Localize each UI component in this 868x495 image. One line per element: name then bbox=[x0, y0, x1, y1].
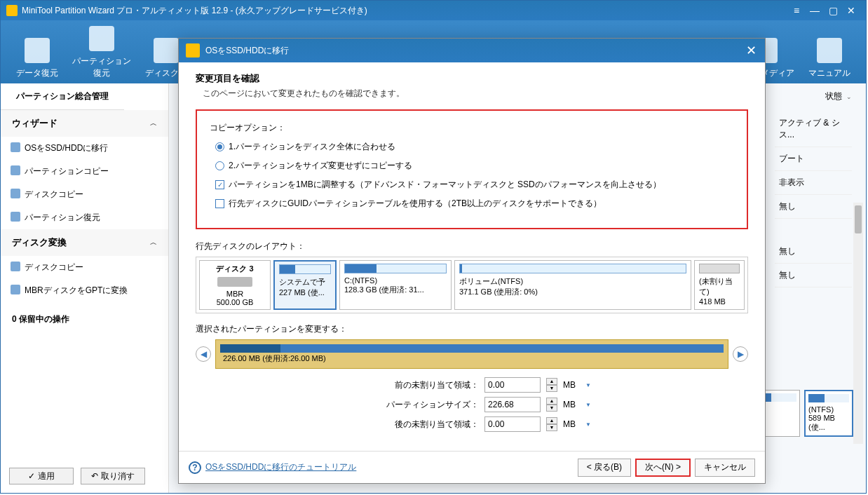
sidebar-recover-partition[interactable]: パーティション復元 bbox=[1, 206, 168, 229]
checkbox-icon: ✓ bbox=[215, 180, 224, 189]
window-title: MiniTool Partition Wizard プロ・アルティメット版 12… bbox=[22, 5, 367, 17]
sidebar-migrate-os[interactable]: OSをSSD/HDDに移行 bbox=[1, 137, 168, 160]
disk-icon bbox=[217, 277, 252, 287]
sidebar: パーティション総合管理 ウィザード︿ OSをSSD/HDDに移行 パーティション… bbox=[1, 83, 169, 493]
spin-up[interactable]: ▲ bbox=[546, 417, 557, 424]
radio-icon bbox=[215, 142, 224, 151]
before-input[interactable] bbox=[484, 377, 541, 393]
help-link[interactable]: ? OSをSSD/HDDに移行のチュートリアル bbox=[189, 461, 356, 474]
apply-button[interactable]: ✓ 適用 bbox=[9, 468, 74, 484]
size-input[interactable] bbox=[484, 397, 541, 412]
state-item[interactable]: アクティブ & シス... bbox=[775, 111, 852, 147]
sidebar-copy-partition[interactable]: パーティションコピー bbox=[1, 160, 168, 183]
opt-no-resize[interactable]: 2.パーティションをサイズ変更せずにコピーする bbox=[215, 160, 734, 172]
unit-dropdown[interactable]: ▼ bbox=[585, 421, 591, 428]
size-label: パーティションサイズ： bbox=[353, 399, 479, 411]
minimize-button[interactable]: — bbox=[806, 4, 824, 18]
after-label: 後の未割り当て領域： bbox=[353, 419, 479, 430]
migrate-os-dialog: OSをSSD/HDDに移行 ✕ 変更項目を確認 このページにおいて変更されたもの… bbox=[178, 38, 766, 484]
unit-dropdown[interactable]: ▼ bbox=[585, 402, 591, 408]
dialog-subheading: このページにおいて変更されたものを確認できます。 bbox=[203, 88, 748, 100]
state-item[interactable]: 非表示 bbox=[775, 171, 852, 195]
before-label: 前の未割り当て領域： bbox=[353, 379, 479, 391]
state-item[interactable]: ブート bbox=[775, 147, 852, 171]
sidebar-group-wizard[interactable]: ウィザード︿ bbox=[1, 110, 168, 137]
disk-info[interactable]: ディスク 3 MBR 500.00 GB bbox=[199, 260, 271, 310]
partition-slider[interactable]: 226.00 MB (使用済:26.00 MB) bbox=[215, 339, 728, 369]
state-item[interactable]: 無し bbox=[775, 240, 852, 264]
edit-label: 選択されたパーティションを変更する： bbox=[196, 323, 748, 335]
partition-unalloc[interactable]: (未割り当て)418 MB bbox=[694, 260, 745, 310]
checkbox-icon bbox=[215, 199, 224, 208]
help-icon: ? bbox=[189, 461, 201, 474]
sidebar-tab[interactable]: パーティション総合管理 bbox=[1, 83, 124, 110]
next-button[interactable]: 次へ(N) > bbox=[635, 459, 691, 477]
dialog-icon bbox=[186, 43, 200, 57]
hamburger-icon[interactable]: ≡ bbox=[787, 4, 806, 18]
chevron-up-icon: ︿ bbox=[150, 238, 157, 248]
state-item[interactable]: 無し bbox=[775, 195, 852, 219]
opt-fit-disk[interactable]: 1.パーティションをディスク全体に合わせる bbox=[215, 141, 734, 153]
app-icon bbox=[6, 5, 18, 16]
copy-options-fieldset: コピーオプション： 1.パーティションをディスク全体に合わせる 2.パーティショ… bbox=[196, 109, 748, 229]
dialog-heading: 変更項目を確認 bbox=[196, 72, 748, 85]
sidebar-copy-disk[interactable]: ディスクコピー bbox=[1, 183, 168, 206]
sidebar-copy-disk2[interactable]: ディスクコピー bbox=[1, 256, 168, 279]
pending-ops: 0 保留中の操作 bbox=[1, 302, 168, 337]
tb-manual[interactable]: マニュアル bbox=[797, 38, 862, 79]
spin-up[interactable]: ▲ bbox=[546, 398, 557, 405]
state-column-header: 状態 bbox=[825, 90, 842, 102]
copy-options-label: コピーオプション： bbox=[210, 122, 734, 134]
disk-layout: ディスク 3 MBR 500.00 GB システムで予227 MB (使... … bbox=[196, 257, 748, 313]
spin-down[interactable]: ▼ bbox=[546, 424, 557, 431]
spin-down[interactable]: ▼ bbox=[546, 405, 557, 412]
sidebar-group-convert[interactable]: ディスク変換︿ bbox=[1, 229, 168, 256]
partition-system[interactable]: システムで予227 MB (使... bbox=[273, 260, 337, 310]
layout-label: 行先ディスクのレイアウト： bbox=[196, 240, 748, 252]
partition-c[interactable]: C:(NTFS)128.3 GB (使用済: 31... bbox=[339, 260, 452, 310]
main-titlebar: MiniTool Partition Wizard プロ・アルティメット版 12… bbox=[1, 1, 866, 20]
spin-up[interactable]: ▲ bbox=[546, 378, 557, 385]
undo-button[interactable]: ↶ 取り消す bbox=[81, 468, 145, 484]
tb-data-recovery[interactable]: データ復元 bbox=[5, 38, 69, 79]
partition-volume[interactable]: ボリューム(NTFS)371.1 GB (使用済: 0%) bbox=[454, 260, 691, 310]
slide-left-button[interactable]: ◀ bbox=[196, 346, 211, 362]
state-item[interactable]: 無し bbox=[775, 264, 852, 287]
slider-info: 226.00 MB (使用済:26.00 MB) bbox=[223, 353, 326, 364]
dialog-title: OSをSSD/HDDに移行 bbox=[205, 45, 289, 57]
unit-dropdown[interactable]: ▼ bbox=[585, 382, 591, 388]
sidebar-mbr-to-gpt[interactable]: MBRディスクをGPTに変換 bbox=[1, 279, 168, 302]
dialog-titlebar: OSをSSD/HDDに移行 ✕ bbox=[179, 39, 765, 62]
chevron-up-icon: ︿ bbox=[150, 118, 157, 128]
cancel-button[interactable]: キャンセル bbox=[695, 459, 755, 477]
slide-right-button[interactable]: ▶ bbox=[733, 346, 748, 362]
dialog-close-button[interactable]: ✕ bbox=[744, 43, 758, 58]
tb-partition-recovery[interactable]: パーティション復元 bbox=[69, 26, 134, 79]
after-input[interactable] bbox=[484, 416, 541, 432]
maximize-button[interactable]: ▢ bbox=[824, 4, 842, 18]
scrollbar[interactable] bbox=[853, 203, 863, 444]
close-button[interactable]: ✕ bbox=[842, 4, 860, 18]
chk-align-1mb[interactable]: ✓パーティションを1MBに調整する（アドバンスド・フォーマットディスクと SSD… bbox=[215, 179, 734, 191]
chevron-down-icon[interactable]: ⌄ bbox=[846, 93, 852, 100]
chk-use-gpt[interactable]: 行先ディスクにGUIDパーティションテーブルを使用する（2TB以上のディスクをサ… bbox=[215, 198, 734, 210]
spin-down[interactable]: ▼ bbox=[546, 385, 557, 392]
radio-icon bbox=[215, 161, 224, 170]
back-button[interactable]: < 戻る(B) bbox=[578, 459, 631, 477]
state-list: アクティブ & シス... ブート 非表示 無し 無し 無し bbox=[775, 111, 852, 287]
disk-thumb-selected[interactable]: (NTFS)589 MB (使... bbox=[804, 390, 853, 437]
